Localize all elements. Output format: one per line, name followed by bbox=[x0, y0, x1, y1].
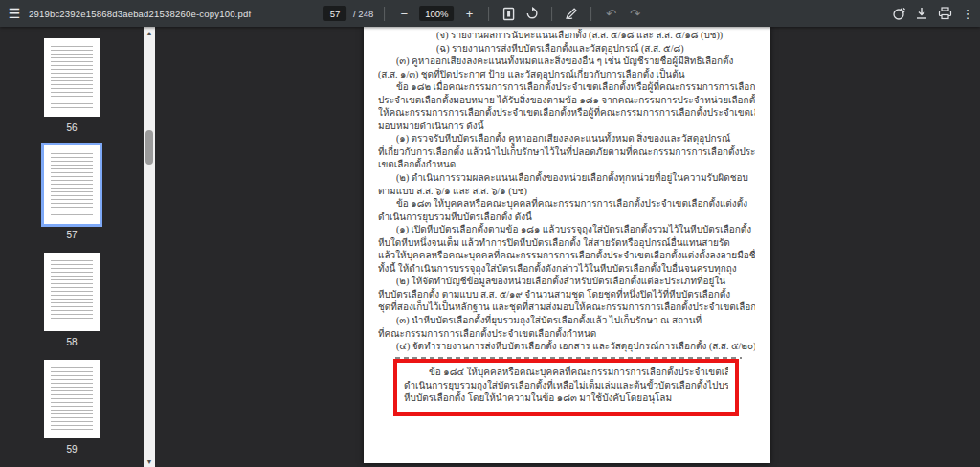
pdf-page-57: (จ) รายงานผลการนับคะแนนเลือกตั้ง (ส.ส. ๕… bbox=[364, 27, 770, 463]
thumbnail-page-label: 59 bbox=[66, 444, 77, 455]
text-line: (ส.ส. ๑/๓) ชุดที่ปิดประกาศ ป้าย และวัสดุ… bbox=[378, 68, 755, 81]
text-line: ตามแบบ ส.ส. ๖/๑ และ ส.ส. ๖/๑ (บช) bbox=[378, 185, 755, 198]
page-total-label: / 248 bbox=[353, 9, 373, 19]
highlighted-text-line: ดำเนินการยุบรวมถุงใส่บัตรเลือกตั้งที่เหล… bbox=[404, 379, 728, 392]
pdf-viewer-area[interactable]: (จ) รายงานผลการนับคะแนนเลือกตั้ง (ส.ส. ๕… bbox=[155, 27, 980, 467]
fit-page-icon[interactable] bbox=[501, 3, 518, 24]
undo-icon[interactable]: ↶ bbox=[603, 3, 620, 24]
pdf-toolbar: ☰ 2919bc2392e15868d3aebad21538260e-copy1… bbox=[0, 0, 980, 27]
text-line: มอบหมายดำเนินการ ดังนี้ bbox=[378, 120, 755, 133]
highlighted-text-line: ข้อ ๑๘๔ ให้บุคคลหรือคณะบุคคลที่คณะกรรมกา… bbox=[429, 366, 728, 379]
thumbnail-sidebar: 56575859 ▲ ▼ bbox=[0, 27, 155, 467]
highlighted-text-line: หีบบัตรเลือกตั้ง โดยให้นำความในข้อ ๑๘๓ ม… bbox=[404, 391, 728, 405]
text-line: (๔) จัดทำรายงานการส่งหีบบัตรเลือกตั้ง เอ… bbox=[396, 340, 755, 353]
page-text-flow: (จ) รายงานผลการนับคะแนนเลือกตั้ง (ส.ส. ๕… bbox=[364, 27, 770, 353]
text-line: ข้อ ๑๘๓ ให้บุคคลหรือคณะบุคคลที่คณะกรรมกา… bbox=[396, 197, 755, 211]
menu-icon[interactable]: ☰ bbox=[0, 0, 29, 27]
sidebar-scrollbar[interactable]: ▲ ▼ bbox=[144, 27, 155, 467]
text-line: แล้วให้บุคคลหรือคณะบุคคลที่คณะกรรมการการ… bbox=[378, 249, 755, 262]
scroll-down-icon[interactable]: ▼ bbox=[144, 456, 155, 467]
text-line: ข้อ ๑๘๒ เมื่อคณะกรรมการการเลือกตั้งประจำ… bbox=[396, 80, 755, 94]
thumbnail-page-label: 56 bbox=[66, 122, 77, 133]
annotate-pen-icon[interactable] bbox=[564, 3, 581, 24]
thumbnail-page-preview[interactable] bbox=[44, 253, 100, 331]
document-filename: 2919bc2392e15868d3aebad21538260e-copy100… bbox=[29, 9, 251, 19]
more-vert-icon[interactable]: ⋮ bbox=[959, 3, 976, 24]
text-line: หีบบัตรเลือกตั้ง ตามแบบ ส.ส. ๕/๑๙ จำนวนส… bbox=[378, 288, 755, 301]
zoom-level-input[interactable]: 100% bbox=[419, 6, 454, 21]
sidebar-scrollbar-thumb[interactable] bbox=[145, 130, 153, 165]
text-line: ชุดที่สองเก็บไว้เป็นหลักฐาน และชุดที่สาม… bbox=[378, 300, 755, 314]
redo-icon[interactable]: ↷ bbox=[627, 3, 644, 24]
thumbnail-page-label: 57 bbox=[66, 230, 77, 240]
toolbar-right: ⋮ bbox=[890, 0, 976, 27]
thumbnail-item[interactable]: 56 bbox=[44, 38, 100, 133]
thumbnail-text-placeholder bbox=[51, 260, 93, 323]
toolbar-divider bbox=[489, 7, 490, 21]
toolbar-left: ☰ 2919bc2392e15868d3aebad21538260e-copy1… bbox=[0, 0, 251, 27]
thumbnail-page-preview[interactable] bbox=[44, 145, 100, 224]
text-line: ดำเนินการยุบรวมหีบบัตรเลือกตั้ง ดังนี้ bbox=[378, 211, 755, 224]
scroll-up-icon[interactable]: ▲ bbox=[144, 27, 155, 38]
annotation-highlight-box: ข้อ ๑๘๔ ให้บุคคลหรือคณะบุคคลที่คณะกรรมกา… bbox=[393, 359, 739, 416]
text-line: ทั้งนี้ ให้ดำเนินการบรรจุถุงใส่บัตรเลือก… bbox=[378, 262, 755, 276]
thumbnail-item[interactable]: 57 bbox=[44, 145, 100, 240]
thumbnail-text-placeholder bbox=[51, 153, 93, 216]
toolbar-divider bbox=[591, 7, 592, 21]
download-icon[interactable] bbox=[913, 3, 930, 24]
thumbnail-text-placeholder bbox=[51, 367, 93, 431]
text-line: ที่เกี่ยวกับการเลือกตั้ง แล้วนำไปเก็บรัก… bbox=[378, 145, 755, 159]
highlight-box-text: ข้อ ๑๘๔ ให้บุคคลหรือคณะบุคคลที่คณะกรรมกา… bbox=[397, 363, 735, 405]
thumbnail-item[interactable]: 58 bbox=[44, 253, 100, 347]
print-icon[interactable] bbox=[936, 3, 953, 24]
text-line: (ฉ) รายงานการส่งหีบบัตรเลือกตั้งและวัสดุ… bbox=[436, 42, 755, 56]
sign-icon[interactable] bbox=[890, 3, 907, 24]
toolbar-divider bbox=[384, 7, 385, 21]
text-line: (๒) ให้จัดทำบัญชีข้อมูลของหน่วยเลือกตั้ง… bbox=[396, 275, 755, 288]
thumbnail-text-placeholder bbox=[51, 46, 93, 109]
text-line: ประจำเขตเลือกตั้งมอบหมาย ได้รับสิ่งของตา… bbox=[378, 94, 755, 107]
text-line: หีบใดหีบหนึ่งจนเต็ม แล้วทำการปิดหีบบัตรเ… bbox=[378, 236, 755, 250]
page-number-input[interactable]: 57 bbox=[323, 6, 346, 21]
text-line: ที่คณะกรรมการการเลือกตั้งประจำเขตเลือกตั… bbox=[378, 327, 755, 341]
toolbar-center: 57 / 248 − 100% + ↶ ↷ bbox=[323, 0, 643, 27]
text-line: (๑) ตรวจรับหีบบัตรเลือกตั้ง คูหาออกเสียง… bbox=[396, 132, 755, 145]
toolbar-divider bbox=[552, 7, 553, 21]
text-line: เขตเลือกตั้งกำหนด bbox=[378, 158, 755, 171]
zoom-in-button[interactable]: + bbox=[461, 3, 479, 24]
text-line: (๒) ดำเนินการรวมผลคะแนนเลือกตั้งของหน่วย… bbox=[396, 171, 755, 185]
thumbnail-page-preview[interactable] bbox=[44, 360, 100, 438]
text-line: (๓) คูหาออกเสียงลงคะแนนทั้งหมดและสิ่งของ… bbox=[396, 55, 755, 68]
thumbnail-list: 56575859 bbox=[0, 27, 144, 467]
text-line: (๑) เปิดหีบบัตรเลือกตั้งตามข้อ ๑๘๑ แล้วบ… bbox=[396, 223, 755, 236]
rotate-icon[interactable] bbox=[524, 3, 542, 24]
text-line: ให้คณะกรรมการการเลือกตั้งประจำเขตเลือกตั… bbox=[378, 106, 755, 120]
text-line: (จ) รายงานผลการนับคะแนนเลือกตั้ง (ส.ส. ๕… bbox=[436, 29, 755, 42]
thumbnail-item[interactable]: 59 bbox=[44, 360, 100, 455]
thumbnail-page-label: 58 bbox=[66, 337, 77, 347]
thumbnail-page-preview[interactable] bbox=[44, 38, 100, 117]
text-line: (๓) นำหีบบัตรเลือกตั้งที่ยุบรวมถุงใส่บัต… bbox=[396, 314, 755, 327]
zoom-out-button[interactable]: − bbox=[395, 3, 412, 24]
